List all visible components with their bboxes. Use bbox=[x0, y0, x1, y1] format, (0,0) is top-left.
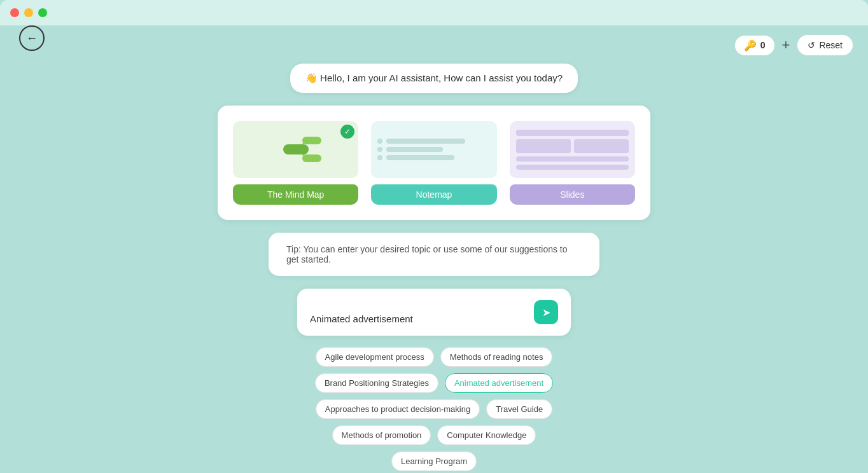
suggestions-list: Agile development processMethods of read… bbox=[297, 347, 571, 471]
slides-label: Slides bbox=[510, 184, 635, 205]
topic-input[interactable] bbox=[310, 313, 528, 324]
suggestion-chip[interactable]: Computer Knowledge bbox=[437, 425, 536, 445]
top-right-controls: 🔑 0 + ↺ Reset bbox=[735, 35, 853, 55]
mindmap-label: The Mind Map bbox=[233, 184, 358, 205]
mindmap-icon bbox=[258, 130, 334, 168]
reset-label: Reset bbox=[819, 40, 843, 50]
slides-preview bbox=[510, 121, 635, 178]
add-button[interactable]: + bbox=[782, 37, 790, 53]
suggestion-chip[interactable]: Methods of promotion bbox=[332, 425, 431, 445]
score-badge: 🔑 0 bbox=[735, 36, 774, 55]
template-notemap[interactable]: Notemap bbox=[371, 121, 496, 205]
suggestion-chip[interactable]: Approaches to product decision-making bbox=[316, 399, 480, 419]
suggestion-chip[interactable]: Brand Positioning Strategies bbox=[315, 373, 438, 393]
notemap-preview bbox=[371, 121, 496, 178]
template-slides[interactable]: Slides bbox=[510, 121, 635, 205]
main-content: 👋 Hello, I am your AI assistant, How can… bbox=[0, 64, 868, 471]
maximize-button[interactable] bbox=[38, 8, 47, 17]
greeting-emoji: 👋 bbox=[305, 72, 320, 83]
greeting-bubble: 👋 Hello, I am your AI assistant, How can… bbox=[290, 64, 578, 93]
reset-button[interactable]: ↺ Reset bbox=[797, 35, 853, 55]
send-button[interactable]: ➤ bbox=[534, 300, 558, 324]
svg-rect-0 bbox=[283, 144, 309, 154]
suggestion-chip[interactable]: Travel Guide bbox=[486, 399, 552, 419]
input-section: ➤ Agile development processMethods of re… bbox=[297, 289, 571, 471]
selected-check: ✓ bbox=[340, 125, 354, 139]
suggestion-chip[interactable]: Methods of reading notes bbox=[440, 347, 553, 367]
notemap-lines bbox=[371, 132, 496, 167]
back-button[interactable]: ← bbox=[19, 25, 45, 51]
score-value: 0 bbox=[760, 40, 766, 50]
template-mindmap[interactable]: ✓ The Mind Map bbox=[233, 121, 358, 205]
input-area: ➤ bbox=[297, 289, 571, 336]
titlebar bbox=[0, 0, 868, 25]
suggestion-chip[interactable]: Agile development process bbox=[316, 347, 434, 367]
mindmap-preview: ✓ bbox=[233, 121, 358, 178]
score-icon: 🔑 bbox=[744, 39, 757, 51]
minimize-button[interactable] bbox=[24, 8, 33, 17]
suggestion-chip[interactable]: Animated advertisement bbox=[445, 373, 553, 393]
send-icon: ➤ bbox=[542, 306, 550, 319]
close-button[interactable] bbox=[10, 8, 19, 17]
input-row: ➤ bbox=[310, 300, 558, 324]
reset-icon: ↺ bbox=[808, 40, 815, 50]
tip-box: Tip: You can enter your desired topic or… bbox=[269, 233, 599, 276]
slides-grid bbox=[510, 123, 635, 176]
notemap-label: Notemap bbox=[371, 184, 496, 205]
tip-text: Tip: You can enter your desired topic or… bbox=[286, 244, 568, 264]
greeting-text: Hello, I am your AI assistant, How can I… bbox=[320, 72, 563, 83]
suggestion-chip[interactable]: Learning Program bbox=[391, 451, 477, 471]
template-card: ✓ The Mind Map Notemap bbox=[218, 106, 650, 220]
